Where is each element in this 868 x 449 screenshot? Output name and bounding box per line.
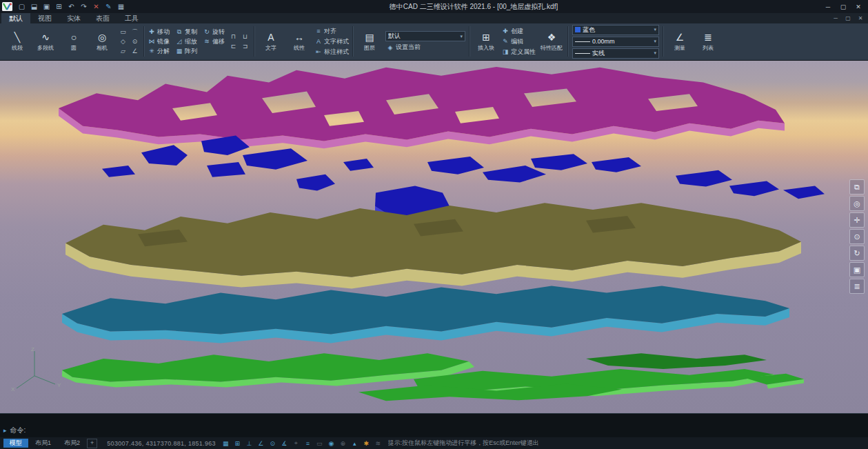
- add-layout-button[interactable]: +: [87, 439, 97, 448]
- viewport-canvas[interactable]: Z X Y ⧉ ◎ ✛ ⊙ ↻ ▣ ≣: [0, 61, 868, 413]
- doc-close-icon[interactable]: ✕: [854, 14, 867, 23]
- orbit-icon[interactable]: ↻: [849, 246, 865, 261]
- maximize-viewport-icon[interactable]: ⧉: [849, 179, 865, 194]
- trim-icon[interactable]: ⊓: [228, 32, 239, 41]
- dim-style-button[interactable]: ⇤ 标注样式: [315, 48, 349, 57]
- layer-blue-top[interactable]: [102, 136, 825, 218]
- zoom-icon[interactable]: ⊙: [849, 229, 865, 244]
- selection-cycling-icon[interactable]: ◉: [327, 440, 336, 447]
- hatch-icon[interactable]: ▱: [118, 47, 128, 56]
- redo-icon[interactable]: ↷: [78, 1, 90, 12]
- close-icon[interactable]: ✕: [851, 1, 866, 12]
- match-properties-button[interactable]: ❖ 特性匹配: [539, 31, 564, 52]
- tab-model[interactable]: 模型: [3, 439, 28, 448]
- move-button[interactable]: ✚ 移动: [148, 28, 170, 37]
- minimize-icon[interactable]: ─: [820, 1, 836, 12]
- camera-icon: ◎: [98, 31, 106, 44]
- tab-surface[interactable]: 表面: [88, 13, 117, 23]
- polyline-button[interactable]: ∿ 多段线: [33, 31, 58, 52]
- tab-default[interactable]: 默认: [1, 13, 30, 23]
- units-toggle-icon[interactable]: ⊕: [339, 440, 347, 447]
- window-title: 德中CAD 二三维设计软件 2021.6 - [00_地层虚拟孔.kdf]: [130, 2, 818, 12]
- polar-toggle-icon[interactable]: ∠: [256, 440, 265, 447]
- array-button[interactable]: ▦ 阵列: [176, 47, 197, 56]
- copy-button[interactable]: ⧉ 复制: [176, 28, 197, 37]
- insert-block-button[interactable]: ⊞ 插入块: [474, 31, 498, 52]
- nav-wheel-icon[interactable]: ◎: [849, 196, 865, 211]
- snap-toggle-icon[interactable]: ⊞: [233, 440, 242, 447]
- set-current-layer-button[interactable]: ◈ 设置当前: [385, 43, 465, 52]
- lineweight-combo-value: 0.00mm: [592, 38, 615, 45]
- tab-layout1[interactable]: 布局1: [29, 439, 57, 448]
- align-button[interactable]: ≡ 对齐: [315, 27, 349, 36]
- command-prompt[interactable]: 命令:: [10, 426, 26, 435]
- layer-combo[interactable]: 默认 ▾: [385, 31, 465, 41]
- erase-icon[interactable]: ✕: [90, 1, 102, 12]
- doc-restore-icon[interactable]: ▢: [842, 14, 854, 23]
- tab-layout2[interactable]: 布局2: [58, 439, 86, 448]
- tab-solid[interactable]: 实体: [59, 13, 88, 23]
- point-icon[interactable]: ⊙: [130, 37, 140, 46]
- grid-tool-icon[interactable]: ▦: [115, 1, 127, 12]
- color-combo[interactable]: 蓝色 ▾: [572, 25, 659, 35]
- pan-icon[interactable]: ✛: [849, 212, 865, 228]
- tab-view[interactable]: 视图: [30, 13, 59, 23]
- mirror-icon: ⋈: [148, 38, 155, 45]
- clean-screen-toggle-icon[interactable]: ≋: [374, 440, 383, 447]
- new-icon[interactable]: ▢: [16, 1, 28, 12]
- lineweight-combo[interactable]: 0.00mm ▾: [572, 37, 659, 47]
- mirror-button[interactable]: ⋈ 镜像: [148, 37, 170, 46]
- text-button[interactable]: A 文字: [259, 31, 283, 52]
- annotation-toggle-icon[interactable]: ▴: [350, 440, 359, 447]
- camera-button[interactable]: ◎ 相机: [90, 31, 114, 52]
- measure-button[interactable]: ∠ 测量: [667, 31, 692, 52]
- layer-button[interactable]: ▤ 图层: [357, 31, 382, 52]
- linetype-combo[interactable]: 实线 ▾: [572, 48, 659, 59]
- tab-tools[interactable]: 工具: [117, 13, 146, 23]
- ribbon-group-properties: 蓝色 ▾ 0.00mm ▾ 实线 ▾: [569, 25, 663, 58]
- axis-y-label: Y: [57, 382, 61, 388]
- fillet-icon[interactable]: ⊏: [228, 42, 239, 51]
- command-panel[interactable]: ▸ 命令:: [0, 413, 868, 437]
- transparency-toggle-icon[interactable]: ▭: [315, 440, 324, 447]
- layer-combo-value: 默认: [388, 32, 401, 41]
- circle-button[interactable]: ○ 圆: [61, 31, 86, 52]
- arc-icon[interactable]: ⌒: [130, 28, 140, 37]
- osnap-toggle-icon[interactable]: ⊙: [268, 440, 277, 447]
- grid-toggle-icon[interactable]: ▦: [221, 440, 230, 447]
- workspace-toggle-icon[interactable]: ✱: [362, 440, 371, 447]
- otrack-toggle-icon[interactable]: ∡: [280, 440, 289, 447]
- list-button[interactable]: ≣ 列表: [696, 31, 720, 52]
- save-icon[interactable]: ▣: [41, 1, 52, 12]
- text-style-button[interactable]: A 文字样式: [315, 37, 349, 46]
- dyn-input-toggle-icon[interactable]: ⌖: [292, 439, 301, 447]
- doc-minimize-icon[interactable]: ─: [829, 14, 842, 23]
- rotate-button[interactable]: ↻ 旋转: [203, 28, 225, 37]
- color-combo-value: 蓝色: [583, 26, 595, 34]
- line-button[interactable]: ╲ 线段: [5, 31, 30, 52]
- zoom-extents-icon[interactable]: ▣: [849, 262, 865, 277]
- scale-button[interactable]: ◿ 缩放: [176, 37, 197, 46]
- edit-icon[interactable]: ✎: [103, 1, 114, 12]
- chamfer-icon[interactable]: ⊐: [240, 42, 250, 51]
- viewport-nav-toolbar: ⧉ ◎ ✛ ⊙ ↻ ▣ ≣: [849, 179, 865, 294]
- ucs-axis-indicator: Z X Y: [10, 346, 65, 394]
- create-block-button[interactable]: ✚ 创建: [502, 27, 536, 36]
- dim-style-icon: ⇤: [315, 48, 322, 55]
- define-attr-button[interactable]: ◨ 定义属性: [502, 48, 536, 57]
- print-icon[interactable]: ⊞: [53, 1, 65, 12]
- rectangle-icon[interactable]: ▭: [118, 28, 128, 37]
- edit-block-button[interactable]: ✎ 编辑: [502, 37, 536, 46]
- extend-icon[interactable]: ⊔: [240, 32, 250, 41]
- linear-dim-button[interactable]: ↔ 线性: [287, 31, 312, 52]
- ortho-toggle-icon[interactable]: ⊥: [245, 440, 254, 447]
- lineweight-toggle-icon[interactable]: ≡: [303, 440, 312, 447]
- offset-button[interactable]: ≋ 偏移: [203, 37, 225, 46]
- view-list-icon[interactable]: ≣: [849, 279, 865, 294]
- polygon-icon[interactable]: ◇: [118, 37, 128, 46]
- angle-icon[interactable]: ∠: [130, 47, 140, 56]
- undo-icon[interactable]: ↶: [65, 1, 77, 12]
- explode-button[interactable]: ✳ 分解: [148, 47, 170, 56]
- restore-icon[interactable]: ▢: [836, 1, 851, 12]
- open-icon[interactable]: ⬓: [28, 1, 40, 12]
